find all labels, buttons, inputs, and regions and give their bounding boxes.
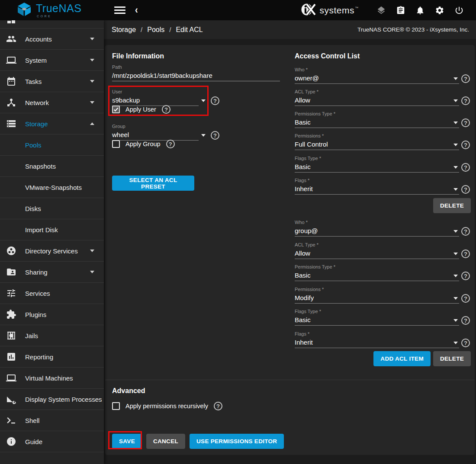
help-icon[interactable]: ? xyxy=(461,272,470,280)
add-acl-item-button[interactable]: ADD ACL ITEM xyxy=(373,351,431,366)
chevron-down-icon[interactable] xyxy=(453,166,458,169)
cancel-button[interactable]: CANCEL xyxy=(146,434,185,449)
chevron-down-icon[interactable] xyxy=(201,99,206,102)
acl-1-who-select[interactable]: Who *owner@? xyxy=(295,67,459,84)
sidebar-item-guide[interactable]: Guide xyxy=(0,431,104,452)
sidebar-item-pools[interactable]: Pools xyxy=(0,134,104,156)
chevron-down-icon xyxy=(90,101,94,104)
apply-group-help-icon[interactable]: ? xyxy=(166,140,175,148)
sidebar-item-disks[interactable]: Disks xyxy=(0,198,104,219)
sidebar-item-reporting[interactable]: Reporting xyxy=(0,346,104,368)
apply-user-help-icon[interactable]: ? xyxy=(162,105,170,114)
acl-2-permissions-select[interactable]: Permissions *Modify? xyxy=(295,286,459,304)
save-button[interactable]: SAVE xyxy=(112,434,142,449)
tasks-icon xyxy=(6,76,16,86)
group-help-icon[interactable]: ? xyxy=(211,131,219,140)
select-acl-preset-button[interactable]: SELECT AN ACL PRESET xyxy=(112,176,194,191)
acl-1-permissions-type-select[interactable]: Permissions Type *Basic? xyxy=(295,111,459,128)
settings-icon[interactable] xyxy=(435,6,444,15)
help-icon[interactable]: ? xyxy=(461,118,470,127)
chevron-down-icon[interactable] xyxy=(453,230,458,233)
chevron-down-icon[interactable] xyxy=(453,319,458,322)
sidebar-item-import-disk[interactable]: Import Disk xyxy=(0,219,104,240)
help-icon[interactable]: ? xyxy=(461,163,470,172)
sidebar-item-plugins[interactable]: Plugins xyxy=(0,304,104,325)
chevron-down-icon[interactable] xyxy=(453,99,458,102)
chevron-down-icon[interactable] xyxy=(453,297,458,300)
sidebar-item-jails[interactable]: Jails xyxy=(0,325,104,346)
sidebar-item-services[interactable]: Services xyxy=(0,283,104,304)
chevron-down-icon[interactable] xyxy=(453,144,458,146)
power-icon[interactable] xyxy=(454,6,464,15)
delete-button[interactable]: DELETE xyxy=(433,198,471,213)
sidebar-item-storage[interactable]: Storage xyxy=(0,113,104,134)
apply-recursively-checkbox[interactable] xyxy=(112,402,120,410)
help-icon[interactable]: ? xyxy=(461,250,470,258)
apply-user-checkbox[interactable] xyxy=(112,106,120,113)
sidebar-item-snapshots[interactable]: Snapshots xyxy=(0,156,104,177)
chevron-down-icon[interactable] xyxy=(453,122,458,124)
field-value: Inherit xyxy=(295,184,459,194)
collapse-sidebar-icon[interactable]: ‹ xyxy=(135,4,138,16)
acl-2-flags-type-select[interactable]: Flags Type *Basic? xyxy=(295,308,459,326)
notifications-icon[interactable] xyxy=(415,6,425,15)
shell-icon xyxy=(6,415,16,426)
apply-group-label: Apply Group xyxy=(125,141,161,147)
acl-1-acl-type-select[interactable]: ACL Type *Allow? xyxy=(295,89,459,106)
sidebar-item-network[interactable]: Network xyxy=(0,92,104,113)
menu-icon[interactable] xyxy=(114,5,125,16)
sidebar-item-directory-services[interactable]: Directory Services xyxy=(0,240,104,262)
help-icon[interactable]: ? xyxy=(461,339,470,347)
field-value: Allow xyxy=(295,248,459,259)
sidebar-item-shell[interactable]: Shell xyxy=(0,410,104,431)
group-select[interactable]: Group wheel ? xyxy=(112,123,199,141)
sidebar-item-virtual-machines[interactable]: Virtual Machines xyxy=(0,368,104,389)
user-select[interactable]: User s9backup ? xyxy=(112,89,199,106)
tasks-clipboard-icon[interactable] xyxy=(396,6,405,15)
help-icon[interactable]: ? xyxy=(461,96,470,105)
use-permissions-editor-button[interactable]: USE PERMISSIONS EDITOR xyxy=(190,434,284,449)
acl-2-permissions-type-select[interactable]: Permissions Type *Basic? xyxy=(295,264,459,281)
acl-1-flags-select[interactable]: Flags *Inherit? xyxy=(295,177,459,195)
user-help-icon[interactable]: ? xyxy=(211,96,219,105)
acl-1-permissions-select[interactable]: Permissions *Full Control? xyxy=(295,133,459,150)
sidebar-item-dashboard-partial[interactable] xyxy=(0,20,104,29)
sidebar-item-vmware-snapshots[interactable]: VMware-Snapshots xyxy=(0,177,104,198)
help-icon[interactable]: ? xyxy=(461,227,470,236)
chevron-down-icon[interactable] xyxy=(453,188,458,191)
truecommand-icon[interactable] xyxy=(376,6,386,15)
services-icon xyxy=(6,288,16,298)
sidebar-item-accounts[interactable]: Accounts xyxy=(0,29,104,50)
acl-2-acl-type-select[interactable]: ACL Type *Allow? xyxy=(295,242,459,259)
acl-2-who-select[interactable]: Who *group@? xyxy=(295,219,459,237)
virtual-machines-icon xyxy=(6,373,16,383)
chevron-down-icon[interactable] xyxy=(453,77,458,80)
sidebar-item-label: Services xyxy=(25,290,50,297)
breadcrumb-item-storage[interactable]: Storage xyxy=(112,26,136,34)
breadcrumb: Storage/Pools/Edit ACL xyxy=(112,26,203,34)
sidebar-item-tasks[interactable]: Tasks xyxy=(0,71,104,92)
advanced-section: Advanced Apply permissions recursively ? xyxy=(105,380,475,410)
edit-acl-card: File Information Path /mnt/zpooldisk1/st… xyxy=(105,45,475,455)
chevron-down-icon[interactable] xyxy=(453,253,458,255)
field-value: owner@ xyxy=(295,73,459,83)
truenas-logo[interactable]: TrueNAS CORE xyxy=(0,2,104,18)
sidebar-item-sharing[interactable]: Sharing xyxy=(0,262,104,283)
sidebar-item-display-system-processes[interactable]: Display System Processes xyxy=(0,389,104,410)
breadcrumb-item-pools[interactable]: Pools xyxy=(147,26,164,34)
help-icon[interactable]: ? xyxy=(461,74,470,83)
chevron-down-icon[interactable] xyxy=(201,134,206,137)
help-icon[interactable]: ? xyxy=(461,294,470,303)
acl-1-flags-type-select[interactable]: Flags Type *Basic? xyxy=(295,155,459,173)
delete-button[interactable]: DELETE xyxy=(433,351,471,366)
apply-recursively-help-icon[interactable]: ? xyxy=(214,402,222,410)
help-icon[interactable]: ? xyxy=(461,185,470,194)
apply-group-checkbox[interactable] xyxy=(112,140,120,148)
help-icon[interactable]: ? xyxy=(461,141,470,149)
acl-2-flags-select[interactable]: Flags *Inherit? xyxy=(295,331,459,348)
chevron-down-icon[interactable] xyxy=(453,275,458,277)
help-icon[interactable]: ? xyxy=(461,316,470,325)
chevron-down-icon[interactable] xyxy=(453,342,458,344)
sidebar-item-system[interactable]: System xyxy=(0,50,104,71)
chevron-down-icon xyxy=(90,59,94,61)
